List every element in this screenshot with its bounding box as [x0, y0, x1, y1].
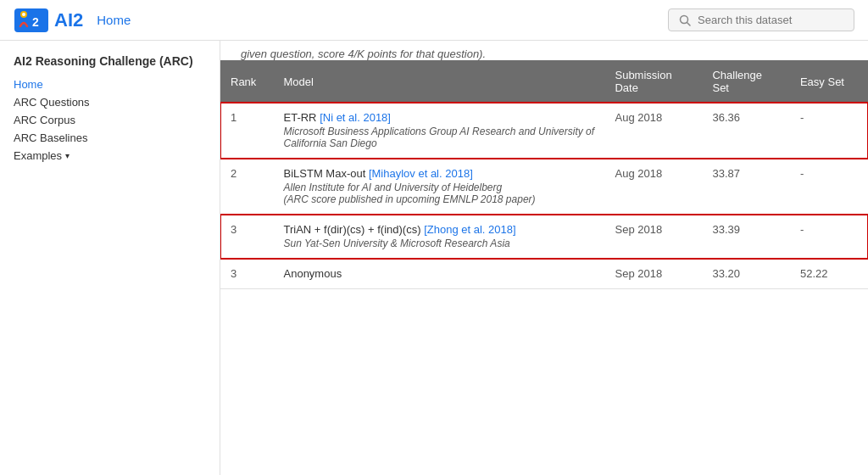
table-row: 3Anonymous Sep 201833.2052.22: [220, 259, 868, 289]
model-org: Microsoft Business Applications Group AI…: [284, 126, 595, 149]
col-easy: Easy Set: [790, 60, 868, 103]
model-org: Sun Yat-Sen University & Microsoft Resea…: [284, 238, 595, 249]
cell-rank: 3: [220, 259, 274, 289]
cell-easy: 52.22: [790, 259, 868, 289]
search-icon: [679, 14, 691, 26]
sidebar-item-arc-baselines[interactable]: ARC Baselines: [14, 131, 206, 144]
cell-easy: -: [790, 103, 868, 159]
cell-rank: 2: [220, 159, 274, 215]
cell-challenge: 33.87: [702, 159, 789, 215]
search-box[interactable]: [668, 8, 854, 31]
sidebar-item-arc-questions[interactable]: ARC Questions: [14, 96, 206, 109]
model-note: (ARC score published in upcoming EMNLP 2…: [284, 193, 595, 205]
header: 2 AI2 Home: [0, 0, 868, 41]
cell-model: Anonymous: [274, 259, 605, 289]
model-link[interactable]: [Ni et al. 2018]: [320, 111, 391, 124]
svg-line-5: [687, 22, 691, 25]
intro-text: given question, score 4/K points for tha…: [220, 41, 868, 60]
cell-model: ET-RR [Ni et al. 2018]Microsoft Business…: [274, 103, 605, 159]
table-row: 3TriAN + f(dir)(cs) + f(ind)(cs) [Zhong …: [220, 215, 868, 259]
cell-challenge: 36.36: [702, 103, 789, 159]
col-challenge: Challenge Set: [702, 60, 789, 103]
chevron-down-icon: ▾: [65, 151, 70, 160]
cell-easy: -: [790, 215, 868, 259]
cell-date: Aug 2018: [604, 159, 702, 215]
model-name: TriAN + f(dir)(cs) + f(ind)(cs) [Zhong e…: [284, 223, 516, 236]
model-link[interactable]: [Mihaylov et al. 2018]: [369, 167, 473, 180]
ai2-logo-icon: 2: [14, 8, 49, 33]
home-nav-link[interactable]: Home: [97, 13, 131, 27]
model-name: BiLSTM Max-out [Mihaylov et al. 2018]: [284, 167, 473, 180]
table-row: 2BiLSTM Max-out [Mihaylov et al. 2018]Al…: [220, 159, 868, 215]
leaderboard-table: Rank Model Submission Date Challenge Set…: [220, 60, 868, 289]
model-name: ET-RR [Ni et al. 2018]: [284, 111, 391, 124]
cell-model: TriAN + f(dir)(cs) + f(ind)(cs) [Zhong e…: [274, 215, 605, 259]
model-name: Anonymous: [284, 267, 342, 280]
svg-text:2: 2: [32, 15, 39, 29]
content-area: given question, score 4/K points for tha…: [220, 41, 868, 475]
sidebar-item-examples[interactable]: Examples ▾: [14, 149, 206, 162]
cell-date: Aug 2018: [604, 103, 702, 159]
header-left: 2 AI2 Home: [14, 8, 131, 33]
sidebar-item-arc-corpus[interactable]: ARC Corpus: [14, 114, 206, 126]
cell-date: Sep 2018: [604, 259, 702, 289]
col-date: Submission Date: [604, 60, 702, 103]
sidebar-title: AI2 Reasoning Challenge (ARC): [14, 54, 206, 68]
sidebar-item-home[interactable]: Home: [14, 78, 206, 91]
cell-model: BiLSTM Max-out [Mihaylov et al. 2018]All…: [274, 159, 605, 215]
cell-challenge: 33.20: [702, 259, 789, 289]
cell-date: Sep 2018: [604, 215, 702, 259]
svg-rect-0: [14, 8, 48, 32]
cell-challenge: 33.39: [702, 215, 789, 259]
col-rank: Rank: [220, 60, 274, 103]
logo-container: 2 AI2: [14, 8, 83, 33]
search-input[interactable]: [698, 14, 833, 26]
sidebar-nav: Home ARC Questions ARC Corpus ARC Baseli…: [14, 78, 206, 162]
model-org: Allen Institute for AI and University of…: [284, 182, 595, 193]
cell-easy: -: [790, 159, 868, 215]
col-model: Model: [274, 60, 605, 103]
model-link[interactable]: [Zhong et al. 2018]: [424, 223, 515, 236]
table-header-row: Rank Model Submission Date Challenge Set…: [220, 60, 868, 103]
svg-point-2: [22, 13, 25, 16]
cell-rank: 3: [220, 215, 274, 259]
main-layout: AI2 Reasoning Challenge (ARC) Home ARC Q…: [0, 41, 868, 475]
cell-rank: 1: [220, 103, 274, 159]
table-row: 1ET-RR [Ni et al. 2018]Microsoft Busines…: [220, 103, 868, 159]
ai2-logo-text: AI2: [54, 11, 83, 30]
sidebar: AI2 Reasoning Challenge (ARC) Home ARC Q…: [0, 41, 220, 475]
